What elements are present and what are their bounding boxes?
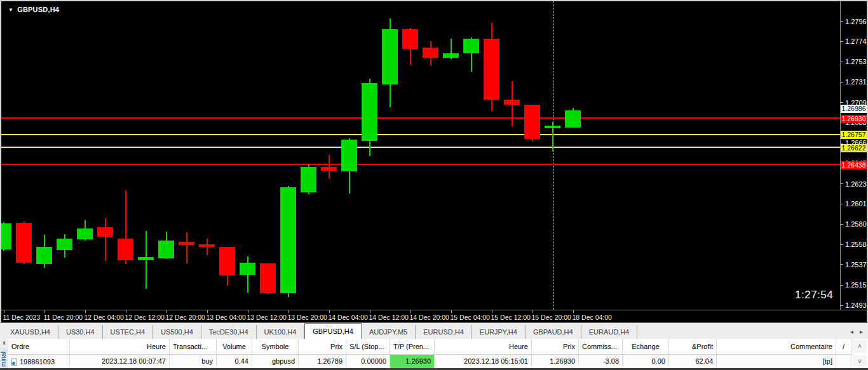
chart-symbol-label[interactable]: ▼GBPUSD,H4	[8, 6, 59, 13]
time-tick-label: 14 Dec 20:00	[410, 314, 449, 321]
tab-us500-h4[interactable]: US500,H4	[153, 325, 201, 339]
candle	[260, 263, 276, 293]
scroll-up-icon[interactable]: ˄	[853, 340, 867, 353]
time-tick-label: 15 Dec 04:00	[451, 314, 490, 321]
column-header-echange[interactable]: Echange	[623, 339, 669, 354]
time-tick-label: 13 Dec 20:00	[288, 314, 327, 321]
tab-eurjpy-h4[interactable]: EURJPY,H4	[472, 325, 526, 339]
orders-table-header: OrdreHeureTransacti...VolumeSymbolePrixS…	[8, 339, 851, 355]
time-tick-label: 14 Dec 04:00	[329, 314, 368, 321]
close-icon[interactable]: x	[0, 339, 8, 348]
time-tick	[248, 310, 248, 313]
column-header-commentaire[interactable]: Commentaire	[717, 339, 836, 354]
order-cell-slash[interactable]	[836, 355, 851, 369]
tab-eurusd-h4[interactable]: EURUSD,H4	[416, 325, 472, 339]
tab-scroll-right-icon[interactable]: ▸	[860, 325, 863, 339]
price-tick	[841, 21, 843, 22]
order-cell-tp[interactable]: 1.26930	[390, 355, 435, 369]
candle	[57, 239, 72, 250]
order-cell-prix_open[interactable]: 1.26789	[299, 355, 346, 369]
column-header-volume[interactable]: Volume	[217, 339, 252, 354]
time-tick-label: 11 Dec 2023	[3, 314, 41, 321]
column-header-heure_open[interactable]: Heure	[70, 339, 170, 354]
column-header-commission[interactable]: Commiss...	[579, 339, 623, 354]
column-header-heure_close[interactable]: Heure	[435, 339, 532, 354]
time-axis[interactable]: 11 Dec 202311 Dec 20:0012 Dec 04:0012 De…	[1, 310, 867, 322]
time-tick-label: 13 Dec 12:00	[247, 314, 287, 321]
order-cell-heure_open[interactable]: 2023.12.18 00:07:47	[70, 355, 170, 369]
price-tick-label: 1.27530	[845, 58, 867, 65]
tab-tecde30-h4[interactable]: TecDE30,H4	[201, 325, 257, 339]
price-axis[interactable]: 1.279601.277451.275301.273151.270951.268…	[840, 1, 867, 310]
tab-uk100-h4[interactable]: UK100,H4	[257, 325, 305, 339]
column-header-tp[interactable]: T/P (Pren...	[390, 339, 435, 354]
time-tick	[370, 310, 370, 313]
order-cell-ordre[interactable]: 198861093	[8, 355, 70, 369]
take-profit-line[interactable]	[1, 117, 840, 119]
order-cell-symbole[interactable]: gbpusd	[252, 355, 299, 369]
orders-table-body: 1988610932023.12.18 00:07:47buy0.44gbpus…	[8, 355, 851, 369]
horizontal-line[interactable]	[1, 134, 840, 135]
order-cell-sl[interactable]: 0.00000	[346, 355, 390, 369]
candle	[179, 242, 194, 245]
candle-wick	[207, 239, 208, 255]
column-header-ordre[interactable]: Ordre	[8, 339, 70, 354]
order-cell-prix_close[interactable]: 1.26930	[532, 355, 579, 369]
scroll-down-icon[interactable]: ˅	[853, 355, 867, 368]
candle	[545, 126, 560, 128]
price-label-1.26438: 1.26438	[841, 161, 867, 169]
column-header-prix_open[interactable]: Prix	[299, 339, 346, 354]
price-tick	[841, 82, 843, 83]
candle	[118, 239, 133, 260]
time-tick	[44, 310, 45, 313]
column-header-slash[interactable]: /	[836, 339, 851, 354]
column-header-profit[interactable]: &Profit	[669, 339, 717, 354]
horizontal-line[interactable]	[1, 164, 840, 165]
candle	[484, 39, 499, 100]
price-tick-label: 1.27745	[845, 37, 867, 45]
price-tick-label: 1.26015	[845, 200, 867, 208]
order-cell-commission[interactable]: -3.08	[579, 355, 623, 369]
candle	[16, 223, 32, 263]
candle-wick	[186, 232, 187, 263]
order-cell-profit[interactable]: 62.04	[669, 355, 717, 369]
tab-ustec-h4[interactable]: USTEC,H4	[103, 325, 153, 339]
horizontal-line[interactable]	[1, 147, 840, 148]
price-tick	[841, 224, 843, 225]
price-tick	[841, 41, 843, 42]
order-cell-heure_close[interactable]: 2023.12.18 05:15:01	[435, 355, 532, 369]
terminal-panel-label: minal	[0, 352, 7, 367]
price-tick	[841, 102, 843, 103]
price-tick	[841, 62, 843, 62]
tab-euraud-h4[interactable]: EURAUD,H4	[581, 325, 638, 339]
price-tick-label: 1.25800	[845, 220, 867, 228]
plot-area[interactable]	[1, 1, 840, 310]
candle	[301, 167, 316, 192]
time-tick	[410, 310, 411, 313]
order-cell-volume[interactable]: 0.44	[217, 355, 252, 369]
order-cell-transaction[interactable]: buy	[170, 355, 217, 369]
tab-gbpusd-h4[interactable]: GBPUSD,H4	[304, 323, 362, 339]
column-header-transaction[interactable]: Transacti...	[170, 339, 217, 354]
tab-gbpaud-h4[interactable]: GBPAUD,H4	[526, 325, 581, 339]
tab-xauusd-h4[interactable]: XAUUSD,H4	[3, 325, 58, 339]
column-header-sl[interactable]: S/L (Stop...	[346, 339, 390, 354]
order-cell-commentaire[interactable]: [tp]	[717, 355, 836, 369]
time-tick	[166, 310, 167, 313]
order-document-icon	[11, 359, 17, 366]
tab-scroll-left-icon[interactable]: ◂	[850, 325, 853, 339]
tab-us30-h4[interactable]: US30,H4	[58, 325, 103, 339]
column-header-prix_close[interactable]: Prix	[532, 339, 579, 354]
time-tick	[207, 310, 208, 313]
price-tick	[841, 264, 843, 265]
tab-audjpy-m5[interactable]: AUDJPY,M5	[362, 325, 416, 339]
terminal-side-strip: x minal	[0, 339, 8, 370]
order-cell-echange[interactable]: 0.00	[623, 355, 669, 369]
column-header-symbole[interactable]: Symbole	[252, 339, 299, 354]
time-tick-label: 13 Dec 04:00	[207, 314, 246, 321]
candle	[1, 223, 11, 249]
symbol-period-text: GBPUSD,H4	[17, 6, 59, 13]
time-tick-label: 15 Dec 12:00	[491, 314, 531, 321]
candle	[36, 247, 52, 264]
time-tick-label: 12 Dec 12:00	[125, 314, 165, 321]
